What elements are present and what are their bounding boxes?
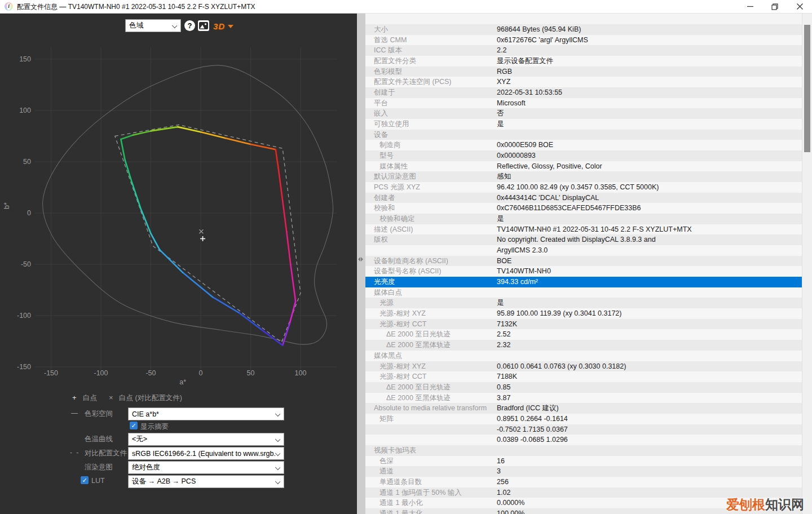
table-row-label: ΔE 2000 至日光轨迹 xyxy=(386,382,451,393)
table-row[interactable]: 色彩模型RGB xyxy=(365,67,802,77)
table-row-value: 0.0610 0.0641 0.0763 (xy 0.3030 0.3182) xyxy=(497,361,626,372)
table-row[interactable]: ΔE 2000 至日光轨迹2.52 xyxy=(365,329,802,340)
table-row-label: 嵌入 xyxy=(374,108,388,119)
table-row[interactable]: 平台Microsoft xyxy=(365,98,802,109)
table-row[interactable]: 设备 xyxy=(365,130,802,140)
table-row[interactable]: PCS 光源 XYZ96.42 100.00 82.49 (xy 0.3457 … xyxy=(365,182,802,193)
table-row[interactable]: ICC 版本2.2 xyxy=(365,45,802,56)
colorspace-label: 色彩空间 xyxy=(85,409,113,419)
rendering-intent-value: 绝对色度 xyxy=(132,463,160,472)
export-image-button[interactable] xyxy=(198,20,209,31)
table-row[interactable]: 型号0x00000893 xyxy=(365,150,802,161)
table-row-value: 是 xyxy=(497,119,504,130)
table-row[interactable]: ArgyllCMS 2.3.0 xyxy=(365,245,802,256)
show-summary-checkbox[interactable]: ✓ xyxy=(130,422,138,429)
table-row-value: 7132K xyxy=(497,319,517,330)
table-row[interactable]: 光源-相对 CCT7132K xyxy=(365,319,802,330)
table-row-value: 显示设备配置文件 xyxy=(497,56,553,67)
lut-dropdown[interactable]: 设备 → A2B → PCS xyxy=(128,475,284,488)
table-row-value: 0x0000E509 BOE xyxy=(497,140,553,150)
table-row[interactable]: 媒体白点 xyxy=(365,287,802,298)
panel-splitter[interactable] xyxy=(357,14,365,514)
table-row[interactable]: 色深16 xyxy=(365,456,802,467)
table-row-value: 3.87 xyxy=(497,393,510,404)
table-row[interactable]: ΔE 2000 至黑体轨迹2.32 xyxy=(365,340,802,351)
table-row[interactable]: 通道3 xyxy=(365,466,802,477)
show-summary-label: 显示摘要 xyxy=(140,422,169,432)
table-row[interactable]: 设备型号名称 (ASCII)TV140WTM-NH0 xyxy=(365,266,802,277)
table-row[interactable]: 制造商0x0000E509 BOE xyxy=(365,140,802,150)
table-row[interactable]: 配置文件关连空间 (PCS)XYZ xyxy=(365,77,802,87)
svg-text:-50: -50 xyxy=(21,260,31,268)
table-row[interactable]: -0.7502 1.7135 0.0367 xyxy=(365,424,802,435)
close-button[interactable] xyxy=(787,0,812,13)
table-row-label: 光源-相对 CCT xyxy=(379,371,426,382)
minimize-button[interactable] xyxy=(738,0,762,13)
table-row[interactable]: 校验和0xC76046B11D6853CEAFED5467FFDE33B6 xyxy=(365,203,802,214)
table-row[interactable]: 首选 CMM0x6172676C 'argl' ArgyllCMS xyxy=(365,35,802,46)
table-row-label: 通道 xyxy=(379,466,394,477)
table-row[interactable]: 嵌入否 xyxy=(365,108,802,119)
table-row[interactable]: 光源-相对 XYZ95.89 100.00 119.39 (xy 0.3041 … xyxy=(365,308,802,319)
table-row-label: 设备制造商名称 (ASCII) xyxy=(374,256,448,267)
table-row[interactable]: ΔE 2000 至黑体轨迹3.87 xyxy=(365,393,802,404)
table-row-label: 通道 1 最大化 xyxy=(379,508,422,514)
table-row[interactable]: 媒体黑点 xyxy=(365,351,802,361)
table-row[interactable]: 媒体属性Reflective, Glossy, Positive, Color xyxy=(365,161,802,172)
table-row[interactable]: 光源是 xyxy=(365,298,802,308)
rendering-intent-dropdown[interactable]: 绝对色度 xyxy=(128,461,284,474)
comparison-profile-value: sRGB IEC61966-2.1 (Equivalent to www.srg… xyxy=(132,450,276,458)
table-row[interactable]: Absolute to media relative transformBrad… xyxy=(365,403,802,414)
vertical-scrollbar[interactable] xyxy=(802,14,812,514)
colorspace-dropdown[interactable]: CIE a*b* xyxy=(128,407,284,420)
table-row-label: 配置文件分类 xyxy=(374,56,416,67)
table-row-value: 否 xyxy=(497,108,504,119)
comparison-profile-dropdown[interactable]: sRGB IEC61966-2.1 (Equivalent to www.srg… xyxy=(128,447,284,460)
chevron-down-icon xyxy=(172,23,177,28)
view-type-dropdown[interactable]: 色域 xyxy=(125,19,181,32)
table-row-label: 媒体白点 xyxy=(374,287,402,298)
table-row[interactable]: 可独立使用是 xyxy=(365,119,802,130)
table-row[interactable]: 版权No copyright. Created with DisplayCAL … xyxy=(365,234,802,245)
restore-icon xyxy=(771,3,778,10)
lut-label: LUT xyxy=(91,477,105,485)
table-row[interactable]: 光亮度394.33 cd/m² xyxy=(365,277,802,287)
table-row-value: Bradford (ICC 建议) xyxy=(497,403,559,414)
svg-text:0: 0 xyxy=(199,369,203,377)
table-row[interactable]: 配置文件分类显示设备配置文件 xyxy=(365,56,802,67)
table-row[interactable]: 创建者0x4443414C 'DCAL' DisplayCAL xyxy=(365,193,802,203)
table-row[interactable]: 视频卡伽玛表 xyxy=(365,445,802,456)
table-row-label: 默认渲染意图 xyxy=(374,171,416,182)
color-temp-curve-dropdown[interactable]: <无> xyxy=(128,433,284,446)
scrollbar-thumb[interactable] xyxy=(804,25,810,152)
table-row[interactable]: 默认渲染意图感知 xyxy=(365,171,802,182)
lut-checkbox[interactable]: ✓ xyxy=(81,476,89,484)
table-row-label: 型号 xyxy=(379,150,394,161)
table-row-label: 光源 xyxy=(379,298,394,308)
table-row[interactable]: ΔE 2000 至日光轨迹0.85 xyxy=(365,382,802,393)
table-row[interactable]: 0.0389 -0.0685 1.0296 xyxy=(365,435,802,445)
table-row[interactable]: 描述 (ASCII)TV140WTM-NH0 #1 2022-05-31 10-… xyxy=(365,224,802,235)
table-row-value: Microsoft xyxy=(497,98,526,109)
help-button[interactable]: ? xyxy=(184,20,195,31)
view-3d-button[interactable]: 3D xyxy=(213,20,233,32)
table-row-label: ΔE 2000 至黑体轨迹 xyxy=(386,393,451,404)
table-row[interactable]: 单通道条目数256 xyxy=(365,477,802,488)
table-row[interactable]: 校验和确定是 xyxy=(365,214,802,224)
table-row-label: Absolute to media relative transform xyxy=(374,403,487,414)
table-row-label: 通道 1 最小化 xyxy=(379,498,422,508)
table-row[interactable]: 光源-相对 CCT7188K xyxy=(365,371,802,382)
chevron-down-icon xyxy=(275,465,280,470)
table-row[interactable]: 大小968644 Bytes (945.94 KiB) xyxy=(365,24,802,35)
table-row[interactable]: 创建于2022-05-31 10:53:55 xyxy=(365,87,802,98)
table-row[interactable]: 设备制造商名称 (ASCII)BOE xyxy=(365,256,802,267)
table-row-label: 光源-相对 CCT xyxy=(379,319,426,330)
table-row[interactable]: 光源-相对 XYZ0.0610 0.0641 0.0763 (xy 0.3030… xyxy=(365,361,802,372)
svg-text:150: 150 xyxy=(19,55,31,63)
table-row-value: 95.89 100.00 119.39 (xy 0.3041 0.3172) xyxy=(497,308,621,319)
table-row-label: 光源-相对 XYZ xyxy=(379,308,426,319)
table-row-value: BOE xyxy=(497,256,511,267)
table-row-value: 256 xyxy=(497,477,509,488)
table-row[interactable]: 矩阵0.8951 0.2664 -0.1614 xyxy=(365,414,802,424)
restore-button[interactable] xyxy=(762,0,787,13)
